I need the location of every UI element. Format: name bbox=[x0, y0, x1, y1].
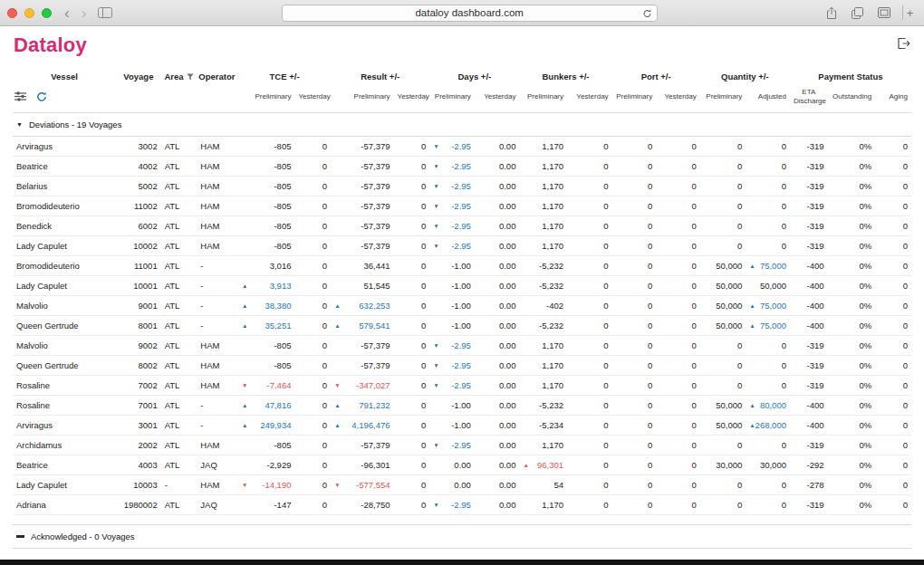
window-bottom-bar bbox=[0, 560, 924, 565]
subheader-quantity-adjusted[interactable]: Adjusted bbox=[746, 86, 790, 113]
col-header-quantity[interactable]: Quantity +/- bbox=[700, 64, 790, 86]
forward-button[interactable]: › bbox=[79, 5, 90, 21]
subheader-port-preliminary[interactable]: Preliminary bbox=[612, 86, 657, 113]
col-header-tce[interactable]: TCE +/- bbox=[238, 64, 331, 86]
table-row[interactable]: Malvolio9002ATLHAM-8050-57,3790▼-2.950.0… bbox=[13, 335, 911, 355]
cell-value: 0.00 bbox=[499, 181, 516, 191]
minimize-window-button[interactable] bbox=[24, 8, 34, 18]
table-row[interactable]: Adriana1980002ATLJAQ-1470-28,7500▼-2.950… bbox=[13, 494, 911, 514]
cell-aging: 0 bbox=[875, 474, 911, 494]
subheader-port-yesterday[interactable]: Yesterday bbox=[656, 86, 700, 113]
table-row[interactable]: Rosaline7002ATLHAM▼-7,4640▼-347,0270▼-2.… bbox=[13, 375, 911, 395]
subheader-bunkers-yesterday[interactable]: Yesterday bbox=[567, 86, 612, 113]
col-header-payment-status[interactable]: Payment Status bbox=[790, 64, 911, 86]
table-row[interactable]: Lady Capulet10002ATLHAM-8050-57,3790▼-2.… bbox=[13, 235, 911, 255]
table-row[interactable]: Bromodideuterio11002ATLHAM-8050-57,3790▼… bbox=[13, 196, 911, 215]
filter-icon[interactable] bbox=[187, 72, 194, 82]
cell-value: HAM bbox=[200, 201, 219, 211]
filter-icon[interactable] bbox=[237, 72, 238, 82]
section-header-deviations[interactable]: ▼Deviations - 19 Voyages bbox=[13, 112, 911, 136]
col-header-result[interactable]: Result +/- bbox=[331, 64, 429, 86]
subheader-result-yesterday[interactable]: Yesterday bbox=[394, 86, 430, 113]
table-row[interactable]: Belarius5002ATLHAM-8050-57,3790▼-2.950.0… bbox=[13, 176, 911, 196]
subheader-eta-discharge[interactable]: ETA Discharge bbox=[790, 86, 828, 113]
table-row[interactable]: Archidamus2002ATLHAM-8050-57,3790▼-2.950… bbox=[13, 435, 911, 455]
cell-value: 0 bbox=[648, 460, 652, 470]
share-icon[interactable] bbox=[823, 6, 840, 20]
subheader-quantity-preliminary[interactable]: Preliminary bbox=[700, 86, 746, 113]
sidebar-toggle-icon[interactable] bbox=[95, 7, 115, 18]
col-header-area[interactable]: Area bbox=[161, 64, 197, 86]
cell-days-yesterday: 0.00 bbox=[475, 176, 520, 196]
cell-value: -1.00 bbox=[451, 321, 471, 330]
col-header-voyage[interactable]: Voyage bbox=[116, 64, 161, 86]
cell-eta-discharge: -278 bbox=[790, 474, 828, 494]
cell-voyage: 11002 bbox=[116, 196, 161, 215]
section-header-acknowledged[interactable]: Acknowledged - 0 Voyages bbox=[13, 524, 911, 549]
reload-icon[interactable] bbox=[642, 8, 652, 21]
subheader-tce-preliminary[interactable]: Preliminary bbox=[238, 86, 294, 113]
cell-operator: HAM bbox=[197, 215, 238, 235]
cell-value: 0 bbox=[903, 141, 908, 151]
cell-value: 0% bbox=[859, 241, 871, 251]
column-settings-icon[interactable] bbox=[14, 91, 26, 101]
table-row[interactable]: Lady Capulet10001ATL-▲3,913051,5450-1.00… bbox=[13, 275, 911, 295]
cell-operator: HAM bbox=[197, 235, 238, 255]
tab-overview-icon[interactable] bbox=[875, 7, 893, 18]
minus-icon bbox=[16, 535, 24, 538]
table-row[interactable]: Benedick6002ATLHAM-8050-57,3790▼-2.950.0… bbox=[13, 215, 911, 235]
col-header-vessel[interactable]: Vessel bbox=[13, 64, 116, 86]
cell-quantity-preliminary: 50,000 bbox=[700, 295, 746, 315]
subheader-result-preliminary[interactable]: Preliminary bbox=[331, 86, 393, 113]
cell-port-preliminary: 0 bbox=[612, 196, 657, 215]
subheader-bunkers-preliminary[interactable]: Preliminary bbox=[519, 86, 567, 113]
table-row[interactable]: Rosaline7001ATL-▲47,8160▲791,2320-1.000.… bbox=[13, 395, 911, 415]
cell-value: 0 bbox=[421, 281, 426, 291]
cell-bunkers-yesterday: 0 bbox=[567, 196, 612, 215]
close-window-button[interactable] bbox=[7, 8, 17, 18]
table-row[interactable]: Queen Gertrude8001ATL-▲35,2510▲579,5410-… bbox=[13, 315, 911, 335]
table-row[interactable]: Queen Gertrude8002ATLHAM-8050-57,3790▼-2… bbox=[13, 355, 911, 375]
cell-value: Archidamus bbox=[16, 440, 62, 450]
col-header-operator[interactable]: Operator bbox=[197, 64, 238, 86]
cell-quantity-preliminary: 50,000 bbox=[700, 315, 746, 335]
subheader-days-yesterday[interactable]: Yesterday bbox=[475, 86, 520, 113]
subheader-outstanding[interactable]: Outstanding bbox=[828, 86, 876, 113]
table-row[interactable]: Beatrice4002ATLHAM-8050-57,3790▼-2.950.0… bbox=[13, 156, 911, 176]
sign-out-icon[interactable] bbox=[897, 37, 910, 53]
subheader-tce-yesterday[interactable]: Yesterday bbox=[294, 86, 331, 113]
address-bar[interactable]: dataloy dashboard.com bbox=[282, 5, 658, 22]
table-row[interactable]: Malvolio9001ATL-▲38,3800▲632,2530-1.000.… bbox=[13, 295, 911, 315]
subheader-aging[interactable]: Aging bbox=[875, 86, 911, 113]
cell-aging: 0 bbox=[875, 395, 911, 415]
cell-port-yesterday: 0 bbox=[656, 275, 700, 295]
cell-port-preliminary: 0 bbox=[612, 395, 657, 415]
cell-result-preliminary: -57,379 bbox=[331, 355, 393, 375]
refresh-icon[interactable] bbox=[36, 91, 47, 102]
table-row[interactable]: Bromodideuterio11001ATL-3,016036,4410-1.… bbox=[13, 255, 911, 275]
cell-value: ATL bbox=[165, 201, 180, 211]
subheader-days-preliminary[interactable]: Preliminary bbox=[429, 86, 475, 113]
cell-value: 0% bbox=[859, 201, 871, 211]
zoom-window-button[interactable] bbox=[42, 8, 52, 18]
col-header-days[interactable]: Days +/- bbox=[429, 64, 519, 86]
cell-value: -319 bbox=[807, 380, 824, 390]
col-header-bunkers[interactable]: Bunkers +/- bbox=[519, 64, 611, 86]
table-row[interactable]: Arviragus3002ATLHAM-8050-57,3790▼-2.950.… bbox=[13, 136, 911, 156]
cell-quantity-adjusted: ▲75,000 bbox=[746, 255, 790, 275]
cell-operator: JAQ bbox=[197, 455, 238, 474]
cell-aging: 0 bbox=[875, 196, 911, 215]
table-row[interactable]: Beatrice4003ATLJAQ-2,9290-96,30100.000.0… bbox=[13, 455, 911, 474]
cell-value: 0 bbox=[648, 141, 652, 151]
cell-value: 0 bbox=[903, 241, 908, 251]
new-tab-icon[interactable]: + bbox=[902, 5, 917, 20]
col-header-port[interactable]: Port +/- bbox=[612, 64, 700, 86]
cell-days-yesterday: 0.00 bbox=[475, 435, 520, 455]
cell-value: -14,190 bbox=[262, 480, 291, 490]
cell-area: ATL bbox=[161, 415, 197, 435]
table-row[interactable]: Arviragus3001ATL-▲249,9340▲4,196,4760-1.… bbox=[13, 415, 911, 435]
back-button[interactable]: ‹ bbox=[62, 5, 72, 21]
table-row[interactable]: Lady Capulet10003-HAM▼-14,1900▼-577,5540… bbox=[13, 474, 911, 494]
cell-quantity-adjusted: 50,000 bbox=[746, 275, 790, 295]
pages-icon[interactable] bbox=[849, 7, 866, 19]
